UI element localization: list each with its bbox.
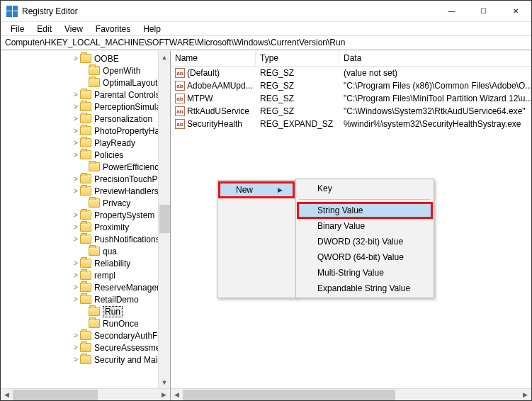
tree-list[interactable]: >OOBEOpenWithOptimalLayout>Parental Cont… bbox=[1, 51, 170, 388]
table-row[interactable]: abSecurityHealthREG_EXPAND_SZ%windir%\sy… bbox=[171, 118, 531, 130]
tree-item[interactable]: >Proximity bbox=[1, 221, 170, 233]
tree-item-label: PropertySystem bbox=[94, 210, 154, 220]
tree-item[interactable]: >SecureAssessment bbox=[1, 341, 170, 354]
submenu-dword-value[interactable]: DWORD (32-bit) Value bbox=[298, 234, 432, 249]
list-rows[interactable]: ab(Default)REG_SZ(value not set)abAdobeA… bbox=[171, 67, 531, 130]
tree-item[interactable]: >ReserveManager bbox=[1, 281, 170, 293]
address-bar[interactable]: Computer\HKEY_LOCAL_MACHINE\SOFTWARE\Mic… bbox=[1, 36, 531, 50]
tree-item[interactable]: Privacy bbox=[1, 197, 170, 209]
scroll-down-icon[interactable]: ▼ bbox=[159, 376, 171, 388]
scrollbar-thumb[interactable] bbox=[159, 205, 170, 233]
scroll-up-icon[interactable]: ▲ bbox=[159, 51, 171, 63]
window-controls: — ☐ ✕ bbox=[436, 1, 531, 22]
menu-view[interactable]: View bbox=[59, 23, 89, 35]
menu-edit[interactable]: Edit bbox=[31, 23, 57, 35]
expand-icon[interactable]: > bbox=[72, 151, 80, 159]
expand-icon[interactable]: > bbox=[72, 344, 80, 351]
tree-item[interactable]: >PerceptionSimulation bbox=[1, 101, 170, 113]
tree-item[interactable]: >Reliability bbox=[1, 257, 170, 269]
context-submenu-new: Key String Value Binary Value DWORD (32-… bbox=[295, 179, 434, 298]
folder-icon bbox=[80, 331, 91, 340]
submenu-string-value[interactable]: String Value bbox=[298, 203, 432, 218]
tree-vertical-scrollbar[interactable]: ▲ ▼ bbox=[158, 51, 170, 388]
column-data[interactable]: Data bbox=[339, 51, 531, 66]
maximize-button[interactable]: ☐ bbox=[468, 1, 499, 22]
scroll-right-icon[interactable]: ▶ bbox=[158, 389, 170, 401]
tree-item[interactable]: >OOBE bbox=[1, 52, 170, 64]
expand-icon[interactable]: > bbox=[72, 283, 80, 291]
tree-item[interactable]: >SecondaryAuthFactor bbox=[1, 329, 170, 341]
expand-icon[interactable]: > bbox=[72, 211, 80, 219]
menu-favorites[interactable]: Favorites bbox=[90, 23, 136, 35]
tree-item-label: PushNotifications bbox=[94, 235, 160, 244]
tree-item[interactable]: >RetailDemo bbox=[1, 293, 170, 305]
scrollbar-thumb[interactable] bbox=[183, 390, 395, 400]
menu-file[interactable]: File bbox=[5, 23, 30, 35]
tree-item[interactable]: qua bbox=[1, 245, 170, 257]
expand-icon[interactable]: > bbox=[72, 175, 80, 183]
tree-item-label: Proximity bbox=[94, 222, 129, 232]
expand-icon[interactable]: > bbox=[72, 332, 80, 339]
scroll-right-icon[interactable]: ▶ bbox=[519, 389, 531, 401]
expand-icon[interactable]: > bbox=[72, 271, 80, 279]
tree-item[interactable]: >PhotoPropertyHandler bbox=[1, 125, 170, 137]
expand-icon[interactable]: > bbox=[72, 295, 80, 303]
tree-item[interactable]: >Personalization bbox=[1, 113, 170, 125]
expand-icon[interactable]: > bbox=[72, 91, 80, 98]
expand-icon[interactable]: > bbox=[72, 115, 80, 123]
expand-icon[interactable]: > bbox=[72, 139, 80, 147]
expand-icon[interactable]: > bbox=[72, 223, 80, 231]
expand-icon[interactable]: > bbox=[72, 103, 80, 111]
folder-icon bbox=[80, 259, 91, 268]
tree-item[interactable]: >Parental Controls bbox=[1, 89, 170, 101]
expand-icon[interactable]: > bbox=[72, 55, 80, 62]
menu-help[interactable]: Help bbox=[137, 23, 166, 35]
expand-icon[interactable]: > bbox=[72, 187, 80, 195]
folder-icon bbox=[89, 162, 100, 171]
tree-item[interactable]: RunOnce bbox=[1, 317, 170, 329]
tree-item[interactable]: Run bbox=[1, 305, 170, 317]
submenu-binary-label: Binary Value bbox=[317, 221, 365, 231]
list-horizontal-scrollbar[interactable]: ◀ ▶ bbox=[171, 388, 531, 400]
table-row[interactable]: abRtkAudUServiceREG_SZ"C:\Windows\System… bbox=[171, 105, 531, 118]
tree-item[interactable]: PowerEfficiencyDiagnostics bbox=[1, 161, 170, 173]
tree-item[interactable]: >Security and Maintenance bbox=[1, 354, 170, 366]
tree-item[interactable]: >PushNotifications bbox=[1, 233, 170, 245]
expand-icon[interactable]: > bbox=[72, 259, 80, 267]
submenu-key[interactable]: Key bbox=[298, 181, 432, 196]
tree-item[interactable]: >PrecisionTouchPad bbox=[1, 173, 170, 185]
table-row[interactable]: abMTPWREG_SZ"C:\Program Files\MiniTool P… bbox=[171, 92, 531, 105]
tree-item[interactable]: OptimalLayout bbox=[1, 77, 170, 89]
tree-item[interactable]: >PropertySystem bbox=[1, 209, 170, 221]
column-name[interactable]: Name bbox=[171, 51, 256, 66]
submenu-expandstring-value[interactable]: Expandable String Value bbox=[298, 281, 432, 296]
cell-name: SecurityHealth bbox=[187, 119, 242, 129]
submenu-expand-label: Expandable String Value bbox=[317, 283, 410, 293]
minimize-button[interactable]: — bbox=[436, 1, 468, 22]
table-row[interactable]: ab(Default)REG_SZ(value not set) bbox=[171, 67, 531, 79]
column-type[interactable]: Type bbox=[256, 51, 339, 66]
tree-item-label: Parental Controls bbox=[94, 90, 160, 100]
cell-data: "C:\Program Files (x86)\Common Files\Ado… bbox=[339, 81, 531, 91]
context-menu-new[interactable]: New ▶ bbox=[219, 182, 294, 198]
submenu-binary-value[interactable]: Binary Value bbox=[298, 218, 432, 234]
tree-item[interactable]: >rempl bbox=[1, 269, 170, 281]
scroll-left-icon[interactable]: ◀ bbox=[1, 389, 13, 401]
tree-item[interactable]: >Policies bbox=[1, 149, 170, 161]
cell-type: REG_EXPAND_SZ bbox=[256, 119, 339, 129]
scrollbar-thumb[interactable] bbox=[13, 390, 98, 400]
tree-horizontal-scrollbar[interactable]: ◀ ▶ bbox=[1, 388, 170, 400]
tree-item[interactable]: >PreviewHandlers bbox=[1, 185, 170, 197]
submenu-multistring-value[interactable]: Multi-String Value bbox=[298, 265, 432, 281]
cell-name: MTPW bbox=[187, 94, 213, 103]
scroll-left-icon[interactable]: ◀ bbox=[171, 389, 183, 401]
expand-icon[interactable]: > bbox=[72, 356, 80, 363]
close-button[interactable]: ✕ bbox=[499, 1, 531, 22]
expand-icon[interactable]: > bbox=[72, 127, 80, 135]
tree-item[interactable]: OpenWith bbox=[1, 64, 170, 77]
tree-item[interactable]: >PlayReady bbox=[1, 137, 170, 149]
table-row[interactable]: abAdobeAAMUpd...REG_SZ"C:\Program Files … bbox=[171, 79, 531, 92]
expand-icon[interactable]: > bbox=[72, 235, 80, 243]
submenu-qword-value[interactable]: QWORD (64-bit) Value bbox=[298, 249, 432, 265]
folder-icon bbox=[80, 210, 91, 220]
